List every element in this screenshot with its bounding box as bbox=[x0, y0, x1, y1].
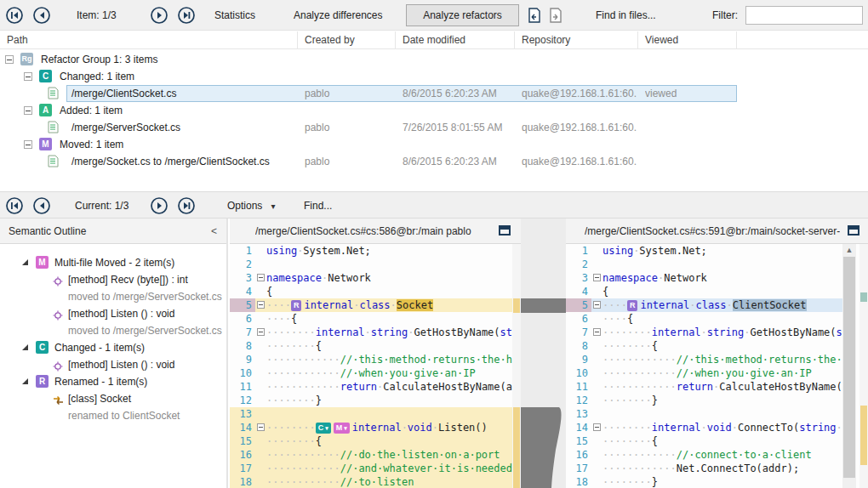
code-line[interactable]: 3namespace·Network bbox=[566, 271, 842, 285]
changed-badge-icon[interactable]: C▾ bbox=[316, 423, 331, 434]
scrollbar-thumb[interactable] bbox=[843, 257, 855, 478]
code-line[interactable]: 13 bbox=[566, 407, 842, 421]
collapse-expander-icon[interactable] bbox=[24, 140, 32, 149]
outline-item-row[interactable]: [method] Recv (byte[]) : int bbox=[0, 271, 228, 288]
code-line[interactable]: 5····Rinternal·class·ClientSocket bbox=[566, 298, 842, 312]
expanded-arrow-icon[interactable] bbox=[22, 259, 28, 265]
outline-group-row[interactable]: MMulti-file Moved - 2 item(s) bbox=[0, 254, 228, 271]
column-header-viewed[interactable]: Viewed bbox=[638, 31, 737, 49]
outline-item-row[interactable]: [class] Socket bbox=[0, 390, 228, 407]
collapse-panel-button[interactable]: < bbox=[211, 225, 217, 237]
column-header-created-by[interactable]: Created by bbox=[298, 31, 396, 49]
collapse-expander-icon[interactable] bbox=[24, 72, 32, 81]
tree-group-row[interactable]: MMoved: 1 item bbox=[0, 136, 868, 153]
code-line[interactable]: 6····{ bbox=[230, 312, 521, 326]
code-line[interactable]: 12········} bbox=[230, 394, 521, 407]
code-line[interactable]: 16············//·do·the·listen·on·a·port bbox=[230, 448, 521, 462]
outline-item-row[interactable]: [method] Listen () : void bbox=[0, 305, 228, 322]
code-line[interactable]: 15········{ bbox=[230, 434, 521, 448]
fold-collapse-icon[interactable] bbox=[593, 274, 601, 281]
code-line[interactable]: 11············return·CalculateHostByName… bbox=[566, 380, 842, 394]
code-line[interactable]: 17············Net.ConnectTo(addr); bbox=[566, 462, 842, 475]
last-diff-icon[interactable] bbox=[177, 196, 196, 215]
first-diff-icon[interactable] bbox=[5, 196, 24, 215]
column-header-path[interactable]: Path bbox=[0, 31, 298, 49]
first-item-icon[interactable] bbox=[5, 6, 24, 25]
collapse-expander-icon[interactable] bbox=[5, 55, 14, 64]
scroll-up-icon[interactable]: ▲ bbox=[842, 244, 856, 256]
destination-code-area[interactable]: 1using·System.Net;23namespace·Network4{5… bbox=[566, 244, 842, 488]
renamed-badge-icon[interactable]: R bbox=[291, 300, 302, 311]
fold-collapse-icon[interactable] bbox=[257, 423, 265, 431]
moved-badge-icon[interactable]: M▾ bbox=[334, 423, 350, 434]
code-line[interactable]: 1using·System.Net; bbox=[230, 244, 521, 258]
code-line[interactable]: 2 bbox=[566, 258, 842, 271]
tree-file-row[interactable]: /merge/ServerSocket.cspablo7/26/2015 8:0… bbox=[0, 119, 868, 136]
collapse-expander-icon[interactable] bbox=[24, 106, 32, 115]
code-line[interactable]: 1using·System.Net; bbox=[566, 244, 842, 258]
fold-collapse-icon[interactable] bbox=[257, 328, 265, 336]
code-line[interactable]: 10············//·when·you·give·an·IP bbox=[230, 366, 521, 380]
code-line[interactable]: 14········internal·void·ConnectTo(string… bbox=[566, 421, 842, 434]
maximize-pane-icon[interactable] bbox=[499, 225, 511, 235]
fold-collapse-icon[interactable] bbox=[593, 301, 601, 309]
expanded-arrow-icon[interactable] bbox=[22, 378, 28, 384]
source-code-area[interactable]: 1using·System.Net;23namespace·Network4{5… bbox=[230, 244, 521, 488]
previous-diff-icon[interactable] bbox=[32, 196, 51, 215]
column-header-repository[interactable]: Repository bbox=[515, 31, 638, 49]
export-diff-right-icon[interactable] bbox=[547, 7, 564, 24]
expanded-arrow-icon[interactable] bbox=[22, 344, 28, 350]
code-line[interactable]: 16············//·connect·to·a·client bbox=[566, 448, 842, 462]
code-line[interactable]: 4{ bbox=[230, 285, 521, 298]
tree-group-row[interactable]: RgRefactor Group 1: 3 items bbox=[0, 51, 868, 68]
vertical-scrollbar[interactable]: ▲ bbox=[842, 244, 856, 488]
fold-collapse-icon[interactable] bbox=[257, 301, 265, 309]
code-line[interactable]: 13 bbox=[230, 407, 521, 421]
tree-file-row[interactable]: /merge/ClientSocket.cspablo8/6/2015 6:20… bbox=[0, 85, 868, 102]
fold-collapse-icon[interactable] bbox=[593, 423, 601, 431]
next-diff-icon[interactable] bbox=[150, 196, 168, 215]
code-line[interactable]: 6····{ bbox=[566, 312, 842, 326]
fold-collapse-icon[interactable] bbox=[593, 328, 601, 336]
tree-group-row[interactable]: AAdded: 1 item bbox=[0, 102, 868, 119]
tree-file-row[interactable]: /merge/Socket.cs to /merge/ClientSocket.… bbox=[0, 153, 868, 170]
code-line[interactable]: 5····Rinternal·class·Socket bbox=[230, 298, 521, 312]
code-line[interactable]: 10············//·when·you·give·an·IP bbox=[566, 366, 842, 380]
find-button[interactable]: Find... bbox=[304, 200, 332, 212]
next-item-icon[interactable] bbox=[150, 6, 168, 25]
code-line[interactable]: 3namespace·Network bbox=[230, 271, 521, 285]
code-line[interactable]: 2 bbox=[230, 258, 521, 271]
code-line[interactable]: 8········{ bbox=[230, 339, 521, 353]
line-number: 4 bbox=[230, 285, 255, 298]
code-line[interactable]: 4{ bbox=[566, 285, 842, 298]
code-line[interactable]: 8········{ bbox=[566, 339, 842, 353]
code-line[interactable]: 15········{ bbox=[566, 434, 842, 448]
options-dropdown[interactable]: Options ▾ bbox=[227, 200, 275, 212]
code-line[interactable]: 7········internal·string·GetHostByName(s… bbox=[230, 326, 521, 339]
code-line[interactable]: 18············//·to·listen bbox=[230, 475, 521, 488]
fold-collapse-icon[interactable] bbox=[257, 274, 265, 281]
export-diff-left-icon[interactable] bbox=[526, 7, 543, 24]
code-line[interactable]: 7········internal·string·GetHostByName(s… bbox=[566, 326, 842, 339]
code-line[interactable]: 9············//·this·method·returns·the·… bbox=[230, 353, 521, 366]
find-in-files-button[interactable]: Find in files... bbox=[596, 9, 656, 21]
filter-input[interactable] bbox=[745, 6, 863, 25]
maximize-pane-icon[interactable] bbox=[848, 225, 859, 235]
column-header-date-modified[interactable]: Date modified bbox=[396, 31, 515, 49]
statistics-button[interactable]: Statistics bbox=[214, 9, 255, 21]
code-line[interactable]: 9············//·this·method·returns·the·… bbox=[566, 353, 842, 366]
code-line[interactable]: 17············//·and·whatever·it·is·need… bbox=[230, 462, 521, 475]
tree-group-row[interactable]: CChanged: 1 item bbox=[0, 68, 868, 85]
last-item-icon[interactable] bbox=[177, 6, 196, 25]
analyze-differences-button[interactable]: Analyze differences bbox=[294, 9, 383, 21]
outline-group-row[interactable]: RRenamed - 1 item(s) bbox=[0, 373, 228, 390]
code-line[interactable]: 11············return·CalculateHostByName… bbox=[230, 380, 521, 394]
analyze-refactors-button[interactable]: Analyze refactors bbox=[406, 4, 519, 26]
code-line[interactable]: 18········} bbox=[566, 475, 842, 488]
outline-item-row[interactable]: [method] Listen () : void bbox=[0, 356, 228, 373]
renamed-badge-icon[interactable]: R bbox=[627, 300, 638, 311]
code-line[interactable]: 12········} bbox=[566, 394, 842, 407]
outline-group-row[interactable]: CChanged - 1 item(s) bbox=[0, 339, 228, 356]
code-line[interactable]: 14········C▾M▾internal·void·Listen() bbox=[230, 421, 521, 434]
previous-item-icon[interactable] bbox=[32, 6, 51, 25]
